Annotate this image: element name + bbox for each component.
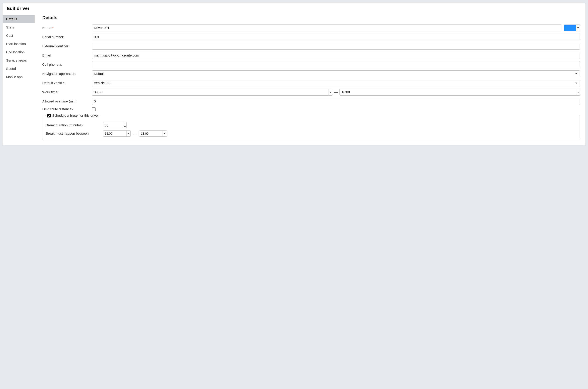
sidebar-item-mobile-app[interactable]: Mobile app xyxy=(3,73,35,81)
chevron-down-icon xyxy=(577,28,579,29)
limit-distance-label: Limit route distance? xyxy=(42,107,90,111)
sidebar-item-details[interactable]: Details xyxy=(3,15,35,23)
schedule-break-legend: Schedule a break for this driver xyxy=(46,114,100,118)
field-row-external-id: External identifier: xyxy=(42,43,580,50)
chevron-down-icon xyxy=(124,126,126,127)
stepper-down-button[interactable] xyxy=(123,126,126,128)
sidebar: Details Skills Cost Start location End l… xyxy=(3,15,35,145)
allowed-overtime-label: Allowed overtime (min): xyxy=(42,99,90,103)
sidebar-item-skills[interactable]: Skills xyxy=(3,23,35,32)
break-duration-label: Break duration (minutes): xyxy=(46,123,101,127)
serial-input[interactable] xyxy=(92,34,580,40)
field-row-name: Name:* xyxy=(42,25,580,31)
field-row-break-duration: Break duration (minutes): xyxy=(46,122,577,128)
chevron-down-icon xyxy=(575,73,577,74)
required-asterisk: * xyxy=(52,26,54,30)
work-time-from-select[interactable]: 08:00 xyxy=(92,89,333,96)
section-heading: Details xyxy=(42,15,580,20)
work-time-from-dropdown-button[interactable] xyxy=(328,89,333,96)
serial-label: Serial number: xyxy=(42,35,90,39)
field-row-serial: Serial number: xyxy=(42,34,580,40)
external-id-label: External identifier: xyxy=(42,44,90,48)
color-dropdown-button[interactable] xyxy=(576,25,580,31)
field-row-email: Email: xyxy=(42,52,580,59)
default-vehicle-dropdown-button[interactable] xyxy=(574,81,578,85)
field-row-default-vehicle: Default vehicle: Vehicle 002 xyxy=(42,80,580,86)
cellphone-label: Cell phone #: xyxy=(42,63,90,67)
break-from-value: 12:00 xyxy=(103,132,125,135)
break-to-select[interactable]: 13:00 xyxy=(139,130,167,137)
name-label: Name:* xyxy=(42,26,90,30)
sidebar-item-label: Service areas xyxy=(6,59,27,62)
work-time-label: Work time: xyxy=(42,90,90,94)
chevron-down-icon xyxy=(128,133,129,134)
edit-driver-panel: Edit driver Details Skills Cost Start lo… xyxy=(3,3,585,145)
default-vehicle-value: Vehicle 002 xyxy=(94,81,573,85)
chevron-down-icon xyxy=(330,92,332,93)
email-label: Email: xyxy=(42,53,90,57)
nav-app-value: Default xyxy=(94,72,573,76)
chevron-up-icon xyxy=(124,123,126,124)
name-input[interactable] xyxy=(92,25,562,31)
schedule-break-fieldset: Schedule a break for this driver Break d… xyxy=(42,114,580,140)
schedule-break-label: Schedule a break for this driver xyxy=(52,114,99,118)
panel-title: Edit driver xyxy=(3,3,585,15)
work-time-to-select[interactable]: 16:00 xyxy=(340,89,580,96)
email-input[interactable] xyxy=(92,52,580,59)
sidebar-item-label: Speed xyxy=(6,67,16,71)
work-time-to-dropdown-button[interactable] xyxy=(576,89,580,96)
stepper-buttons xyxy=(123,122,126,128)
break-duration-stepper[interactable] xyxy=(103,122,127,128)
nav-app-dropdown-button[interactable] xyxy=(574,72,578,76)
sidebar-item-speed[interactable]: Speed xyxy=(3,65,35,73)
chevron-down-icon xyxy=(577,92,579,93)
field-row-work-time: Work time: 08:00 — 16:00 xyxy=(42,89,580,96)
allowed-overtime-input[interactable] xyxy=(92,98,580,105)
sidebar-item-label: End location xyxy=(6,50,25,54)
sidebar-item-label: Details xyxy=(6,17,17,21)
sidebar-item-label: Cost xyxy=(6,34,13,37)
break-from-select[interactable]: 12:00 xyxy=(103,130,131,137)
break-from-dropdown-button[interactable] xyxy=(126,131,130,136)
stepper-up-button[interactable] xyxy=(123,122,126,126)
break-duration-input[interactable] xyxy=(103,122,123,128)
panel-body: Details Skills Cost Start location End l… xyxy=(3,15,585,145)
color-picker[interactable] xyxy=(564,25,580,31)
chevron-down-icon xyxy=(575,83,577,84)
schedule-break-checkbox[interactable] xyxy=(47,114,51,117)
break-to-dropdown-button[interactable] xyxy=(163,131,167,136)
work-time-from-value: 08:00 xyxy=(92,90,327,94)
sidebar-item-cost[interactable]: Cost xyxy=(3,32,35,40)
sidebar-item-label: Skills xyxy=(6,25,14,29)
sidebar-item-service-areas[interactable]: Service areas xyxy=(3,56,35,65)
field-row-break-window: Break must happen between: 12:00 — 13:00 xyxy=(46,130,577,137)
default-vehicle-select[interactable]: Vehicle 002 xyxy=(92,80,580,86)
work-time-to-value: 16:00 xyxy=(340,90,575,94)
cellphone-input[interactable] xyxy=(92,61,580,68)
field-row-limit-distance: Limit route distance? xyxy=(42,107,580,111)
default-vehicle-label: Default vehicle: xyxy=(42,81,90,85)
range-dash: — xyxy=(133,131,137,136)
field-row-allowed-overtime: Allowed overtime (min): xyxy=(42,98,580,105)
limit-distance-checkbox[interactable] xyxy=(92,107,95,111)
sidebar-item-label: Start location xyxy=(6,42,26,46)
nav-app-label: Navigation application: xyxy=(42,72,90,76)
chevron-down-icon xyxy=(164,133,166,134)
field-row-nav-app: Navigation application: Default xyxy=(42,70,580,77)
color-swatch xyxy=(564,25,576,31)
main-content: Details Name:* Serial number: xyxy=(35,15,585,145)
label-text: Name: xyxy=(42,26,52,30)
field-row-cellphone: Cell phone #: xyxy=(42,61,580,68)
external-id-input[interactable] xyxy=(92,43,580,50)
nav-app-select[interactable]: Default xyxy=(92,70,580,77)
break-window-label: Break must happen between: xyxy=(46,131,101,135)
sidebar-item-start-location[interactable]: Start location xyxy=(3,40,35,48)
sidebar-item-end-location[interactable]: End location xyxy=(3,48,35,56)
sidebar-item-label: Mobile app xyxy=(6,75,23,79)
break-to-value: 13:00 xyxy=(139,132,161,135)
range-dash: — xyxy=(334,90,338,94)
